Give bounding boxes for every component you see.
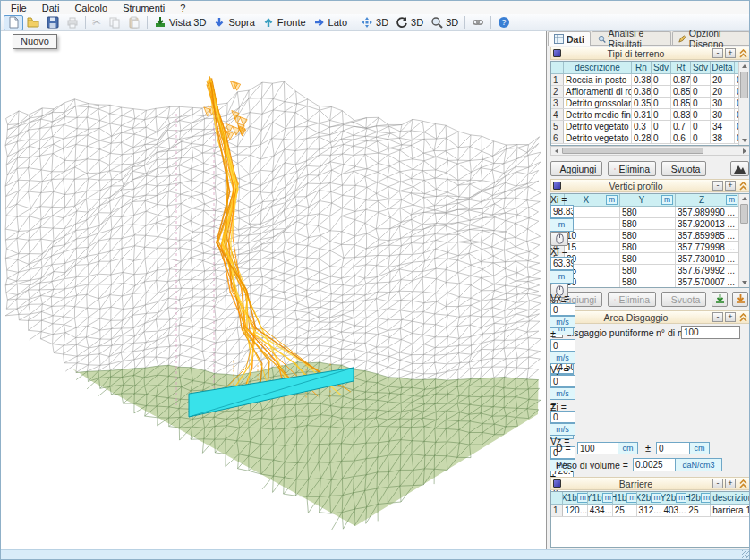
plus-button[interactable]: +	[725, 312, 736, 322]
pan-3d-button[interactable]: 3D	[357, 15, 392, 30]
table-row[interactable]: 5 Detrito vegetato ad a... 0.3 0 0.7 0 3…	[551, 121, 749, 132]
column-h1b[interactable]: H1bm	[613, 492, 637, 505]
barriers-table: X1bm Y1bm H1bm X2bm Y2bm H2bm descrizion…	[550, 491, 750, 548]
tab-dati[interactable]: Dati	[548, 31, 591, 46]
terrain-3d-view[interactable]	[1, 31, 545, 551]
top-view-icon	[213, 16, 226, 29]
velocity-dev-input[interactable]: 0	[550, 339, 575, 352]
new-button[interactable]	[4, 15, 23, 30]
plus-button[interactable]: +	[725, 181, 736, 191]
vertices-buttons-row: Aggiungi Elimina Svuota	[550, 292, 750, 307]
column-rt[interactable]: Rt	[671, 62, 691, 74]
vertical-scrollbar[interactable]	[738, 62, 749, 145]
velocity-input[interactable]: 0	[550, 375, 575, 387]
minus-button[interactable]: -	[712, 479, 723, 488]
table-row[interactable]: 3 Detrito grossolano n... 0.35 0 0.85 0 …	[551, 98, 749, 109]
table-row[interactable]: 6 Detrito vegetato a bo... 0.28 0 0.6 0 …	[551, 132, 749, 144]
terrain-buttons-row: Aggiungi Elimina Svuota	[550, 161, 750, 176]
velocity-input[interactable]: 0	[550, 303, 575, 316]
mouse-pick-button[interactable]	[550, 232, 568, 246]
table-row[interactable]: 4 Detrito medio fine no... 0.31 0 0.83 0…	[551, 109, 749, 121]
save-button[interactable]	[43, 15, 63, 30]
tab-analisi-e-risultati[interactable]: Analisi e Risultati	[592, 31, 671, 45]
minus-button[interactable]: -	[712, 312, 723, 322]
plus-button[interactable]: +	[725, 479, 736, 488]
collapse-chevron-icon[interactable]	[739, 49, 747, 58]
column-y2b[interactable]: Y2bm	[661, 492, 686, 505]
table-row[interactable]: 2 Affioramenti di rocci... 0.38 0 0.85 0…	[551, 86, 749, 98]
terrain-table: descrizione Rn Sdv Rt Sdv Delta 1 Roccia…	[550, 61, 750, 146]
paste-icon	[128, 16, 141, 29]
diameter-dev-input[interactable]: 0	[656, 442, 690, 454]
help-button[interactable]: ?	[494, 15, 514, 30]
zoom-3d-button[interactable]: 3D	[427, 15, 462, 30]
tab-opzioni-disegno[interactable]: Opzioni Disegno	[672, 31, 750, 45]
column-y[interactable]: Ym	[620, 194, 676, 207]
table-row[interactable]: 1 Roccia in posto 0.38 0 0.87 0 20 0	[551, 74, 749, 86]
column-y1b[interactable]: Y1bm	[588, 492, 613, 505]
fronte-button[interactable]: Fronte	[259, 15, 310, 30]
table-row[interactable]: 1 120... 434... 25 312... 403... 25 barr…	[551, 505, 750, 517]
view-3d-icon	[154, 16, 166, 29]
resize-grip[interactable]	[742, 550, 750, 558]
column-x1b[interactable]: X1bm	[563, 492, 588, 505]
vista-3d-button[interactable]: Vista 3D	[150, 15, 209, 30]
coord-input[interactable]: 98.8372	[550, 205, 574, 218]
export-icon	[736, 294, 746, 304]
export-profile-button[interactable]	[732, 292, 748, 307]
coord-input[interactable]: 63.3964	[550, 257, 574, 270]
table-row[interactable]: 1 0 580 357.989990 ...	[551, 207, 749, 218]
collapse-chevron-icon[interactable]	[739, 313, 747, 322]
menu-item[interactable]: File	[4, 2, 33, 14]
svuota-button[interactable]: Svuota	[661, 161, 706, 176]
menu-item[interactable]: Dati	[36, 2, 66, 14]
collapse-chevron-icon[interactable]	[739, 182, 747, 191]
menu-item[interactable]: ?	[174, 2, 192, 14]
column-rn[interactable]: Rn	[632, 62, 652, 74]
massi-input[interactable]: 100	[681, 326, 740, 339]
collapse-chevron-icon[interactable]	[739, 479, 747, 488]
diameter-input[interactable]: 100	[577, 442, 618, 454]
table-row[interactable]: 7 30 580 357.570007 ...	[551, 276, 749, 288]
mountain-view-button[interactable]	[730, 161, 749, 176]
unit-weight-input[interactable]: 0.0025	[633, 458, 676, 471]
minus-button[interactable]: -	[712, 181, 723, 191]
column-descrizione[interactable]: descrizione	[711, 492, 750, 505]
lato-button[interactable]: Lato	[310, 15, 351, 30]
column-delta[interactable]: Delta	[711, 62, 735, 74]
rotate-3d-button[interactable]: 3D	[392, 15, 427, 30]
menu-item[interactable]: Calcolo	[68, 2, 114, 14]
minus-button[interactable]: -	[712, 48, 723, 58]
table-row[interactable]: 4 15 580 357.779998 ...	[551, 242, 749, 253]
horizontal-scrollbar[interactable]	[550, 146, 750, 156]
column-z[interactable]: Zm	[676, 194, 740, 207]
aggiungi-button[interactable]: Aggiungi	[550, 161, 602, 176]
table-row[interactable]: 5 20 580 357.730010 ...	[551, 253, 749, 265]
menu-item[interactable]: Strumenti	[116, 2, 171, 14]
column-sdv[interactable]: Sdv	[691, 62, 711, 74]
barriers-table-header: X1bm Y1bm H1bm X2bm Y2bm H2bm descrizion…	[551, 492, 750, 505]
column-x2b[interactable]: X2bm	[637, 492, 662, 505]
import-profile-button[interactable]	[712, 292, 728, 307]
cube-icon	[553, 479, 561, 488]
vertical-scrollbar[interactable]	[738, 194, 749, 287]
column-descrizione[interactable]: descrizione	[564, 62, 632, 74]
menu-bar: File Dati Calcolo Strumenti ?	[1, 1, 750, 14]
table-row[interactable]: 2 5 580 357.920013 ...	[551, 218, 749, 230]
cross-icon	[614, 165, 616, 174]
link-button[interactable]	[468, 15, 488, 30]
cube-icon	[553, 182, 561, 190]
table-row[interactable]: 3 10 580 357.859985 ...	[551, 230, 749, 242]
mountain-icon	[734, 165, 746, 174]
toolbar-separator	[354, 16, 354, 29]
column-h2b[interactable]: H2bm	[686, 492, 711, 505]
paste-button	[124, 15, 144, 30]
tooltip: Nuovo	[13, 34, 57, 49]
elimina-button[interactable]: Elimina	[608, 161, 656, 176]
velocity-dev-input[interactable]: 0	[550, 411, 575, 423]
table-row[interactable]: 6 25 580 357.679992 ...	[551, 265, 749, 276]
open-button[interactable]	[23, 15, 43, 30]
sopra-button[interactable]: Sopra	[209, 15, 258, 30]
column-sdv[interactable]: Sdv	[652, 62, 671, 74]
plus-button[interactable]: +	[725, 48, 736, 58]
